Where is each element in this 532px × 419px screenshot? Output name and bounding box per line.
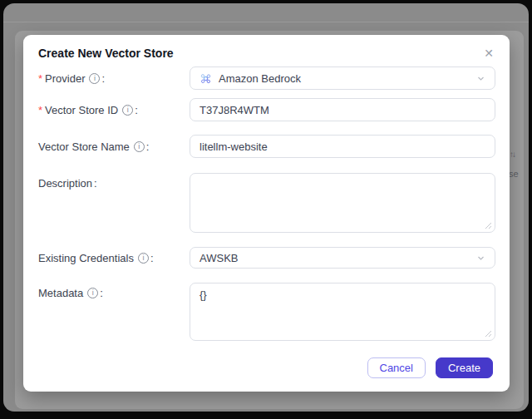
field-row-description: Description :	[38, 173, 495, 233]
vector-store-id-input[interactable]	[190, 98, 495, 121]
create-vector-store-modal: Create New Vector Store ✕ * Provider i :	[23, 35, 510, 392]
provider-value: Amazon Bedrock	[219, 72, 301, 85]
label-colon: :	[135, 104, 138, 116]
info-icon[interactable]: i	[138, 253, 149, 264]
description-label-text: Description	[38, 177, 92, 190]
chevron-down-icon	[476, 74, 485, 83]
dimmed-page-header	[3, 3, 529, 22]
metadata-textarea[interactable]: {}	[190, 283, 495, 341]
info-icon[interactable]: i	[87, 288, 98, 298]
close-icon[interactable]: ✕	[480, 44, 498, 62]
resize-handle-icon[interactable]	[485, 222, 492, 229]
existing-credentials-select[interactable]: AWSKB	[190, 247, 495, 269]
field-row-vector-store-id: * Vector Store ID i :	[38, 98, 495, 121]
provider-label: * Provider i :	[38, 72, 190, 85]
existing-credentials-label: Existing Credentials i :	[38, 252, 190, 264]
cancel-button[interactable]: Cancel	[367, 357, 426, 378]
amazon-bedrock-icon	[200, 72, 212, 85]
field-row-vector-store-name: Vector Store Name i :	[38, 135, 495, 158]
label-colon: :	[94, 177, 97, 190]
field-row-metadata: Metadata i : {}	[38, 283, 495, 341]
create-button[interactable]: Create	[436, 357, 493, 378]
vector-store-id-label: * Vector Store ID i :	[38, 104, 190, 116]
info-icon[interactable]: i	[89, 73, 100, 84]
modal-title: Create New Vector Store	[38, 47, 174, 60]
metadata-label: Metadata i :	[38, 283, 190, 299]
vector-store-id-label-text: Vector Store ID	[45, 104, 118, 116]
resize-handle-icon[interactable]	[485, 330, 492, 338]
required-asterisk: *	[38, 72, 42, 85]
required-asterisk: *	[38, 104, 42, 116]
description-label: Description :	[38, 173, 190, 190]
label-colon: :	[101, 72, 105, 85]
vector-store-name-label-text: Vector Store Name	[38, 140, 130, 153]
info-icon[interactable]: i	[122, 105, 133, 116]
modal-footer: Cancel Create	[367, 357, 494, 378]
sort-arrows-icon: ↑↓	[510, 150, 515, 159]
label-colon: :	[150, 252, 154, 264]
info-icon[interactable]: i	[134, 141, 145, 152]
vector-store-name-label: Vector Store Name i :	[38, 140, 190, 153]
field-row-provider: * Provider i :	[38, 67, 495, 90]
provider-label-text: Provider	[45, 72, 85, 85]
field-row-existing-credentials: Existing Credentials i : AWSKB	[38, 247, 495, 269]
existing-credentials-label-text: Existing Credentials	[38, 252, 134, 264]
vector-store-name-input[interactable]	[190, 135, 495, 158]
label-colon: :	[100, 287, 103, 299]
provider-select[interactable]: Amazon Bedrock	[190, 67, 495, 90]
metadata-label-text: Metadata	[38, 287, 83, 299]
background-partial-text: se	[509, 169, 519, 179]
description-textarea[interactable]	[190, 173, 495, 233]
chevron-down-icon	[476, 254, 485, 263]
label-colon: :	[146, 140, 150, 153]
existing-credentials-value: AWSKB	[200, 252, 238, 264]
